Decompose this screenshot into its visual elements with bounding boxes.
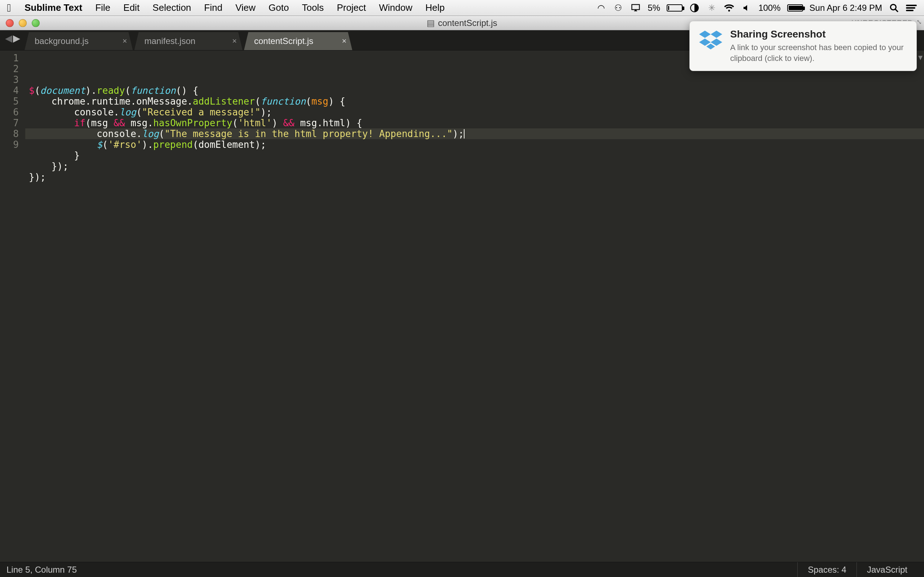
menu-item-find[interactable]: Find [198, 2, 229, 13]
line-number: 5 [0, 96, 19, 107]
tab-label: background.js [35, 36, 89, 46]
tab-contentScript-js[interactable]: contentScript.js× [244, 32, 352, 50]
tab-label: contentScript.js [254, 36, 313, 46]
tab-manifest-json[interactable]: manifest.json× [134, 32, 242, 50]
menu-item-help[interactable]: Help [419, 2, 451, 13]
line-number: 8 [0, 128, 19, 139]
wifi-icon[interactable] [724, 3, 735, 13]
dropbox-notification[interactable]: Sharing Screenshot A link to your screen… [690, 21, 917, 71]
tab-nav-buttons: ◀ ▶ [3, 33, 24, 48]
svg-line-2 [895, 9, 898, 12]
fullscreen-icon[interactable]: ⤡ [916, 18, 922, 26]
line-number: 7 [0, 118, 19, 128]
sync-icon[interactable]: ◠ [596, 3, 606, 13]
macos-menubar:  Sublime Text FileEditSelectionFindView… [0, 0, 924, 16]
code-line[interactable]: $('#rso').prepend(domElement); [25, 139, 924, 150]
code-area[interactable]: ▼ $(document).ready(function() { chrome.… [25, 50, 924, 562]
notification-title: Sharing Screenshot [730, 29, 907, 40]
menu-item-edit[interactable]: Edit [117, 2, 146, 13]
line-number-gutter: 123456789 [0, 50, 25, 562]
tab-label: manifest.json [144, 36, 195, 46]
menubar-tray: ◠ ⚇ 5% ✳ 100% Sun Apr 6 2:49 PM [596, 3, 924, 13]
code-editor[interactable]: 123456789 ▼ $(document).ready(function()… [0, 50, 924, 562]
menu-item-selection[interactable]: Selection [146, 2, 198, 13]
status-bar: Line 5, Column 75 Spaces: 4 JavaScript [0, 562, 924, 577]
syntax-setting[interactable]: JavaScript [856, 562, 918, 577]
tab-close-icon[interactable]: × [122, 36, 127, 46]
tab-close-icon[interactable]: × [232, 36, 237, 46]
code-line[interactable]: if(msg && msg.hasOwnProperty('html') && … [25, 118, 924, 128]
line-number: 6 [0, 107, 19, 118]
menu-item-view[interactable]: View [229, 2, 262, 13]
line-number: 4 [0, 85, 19, 96]
nav-back-icon[interactable]: ◀ [5, 33, 12, 44]
code-line[interactable]: chrome.runtime.onMessage.addListener(fun… [25, 96, 924, 107]
cursor-position: Line 5, Column 75 [6, 565, 77, 575]
indent-setting[interactable]: Spaces: 4 [797, 562, 856, 577]
line-number: 3 [0, 74, 19, 85]
app-name[interactable]: Sublime Text [18, 2, 89, 13]
menubar-datetime[interactable]: Sun Apr 6 2:49 PM [809, 3, 882, 13]
app-tray-icon[interactable]: ⚇ [613, 3, 624, 13]
dropbox-icon [699, 29, 722, 52]
editor-window: ▤contentScript.js UNREGISTERED ⤡ ◀ ▶ bac… [0, 16, 924, 577]
notification-center-icon[interactable] [906, 3, 917, 12]
code-line[interactable]: console.log("The message is in the html … [25, 128, 924, 139]
code-line[interactable]: $(document).ready(function() { [25, 85, 924, 96]
line-number: 2 [0, 63, 19, 74]
airplay-icon[interactable] [630, 3, 641, 13]
battery2-percent: 100% [758, 3, 780, 13]
tab-close-icon[interactable]: × [342, 36, 347, 46]
display-icon[interactable] [689, 3, 700, 13]
notification-message: A link to your screenshot has been copie… [730, 42, 907, 63]
battery2-icon[interactable] [787, 4, 803, 11]
code-line[interactable]: console.log("Received a message!"); [25, 107, 924, 118]
volume-icon[interactable] [741, 3, 752, 12]
spotlight-icon[interactable] [888, 3, 900, 13]
battery1-icon[interactable] [667, 4, 683, 11]
bluetooth-icon[interactable]: ✳ [706, 3, 717, 13]
code-line[interactable]: }); [25, 161, 924, 172]
document-icon: ▤ [426, 18, 438, 28]
menu-item-window[interactable]: Window [373, 2, 419, 13]
line-number: 9 [0, 139, 19, 150]
minimap-toggle-icon[interactable]: ▼ [918, 52, 922, 63]
menu-item-goto[interactable]: Goto [262, 2, 295, 13]
code-line[interactable]: } [25, 150, 924, 161]
svg-point-1 [890, 4, 896, 10]
menu-item-file[interactable]: File [89, 2, 117, 13]
menu-item-project[interactable]: Project [330, 2, 373, 13]
code-line[interactable]: }); [25, 172, 924, 182]
line-number: 1 [0, 53, 19, 63]
nav-forward-icon[interactable]: ▶ [13, 33, 20, 44]
menu-item-tools[interactable]: Tools [295, 2, 330, 13]
apple-menu-icon[interactable]:  [0, 2, 18, 14]
battery1-percent: 5% [648, 3, 660, 13]
tab-background-js[interactable]: background.js× [24, 32, 133, 50]
